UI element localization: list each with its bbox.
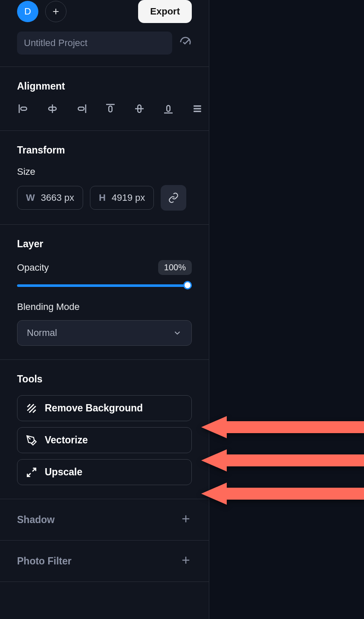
- opacity-value: 100%: [158, 260, 192, 275]
- align-top-icon[interactable]: [104, 102, 117, 117]
- blend-mode-select[interactable]: Normal: [17, 320, 192, 346]
- upscale-button[interactable]: Upscale: [17, 459, 192, 485]
- project-name-input[interactable]: [17, 32, 172, 55]
- align-right-icon[interactable]: [75, 102, 88, 117]
- opacity-row: Opacity 100%: [17, 260, 192, 275]
- stripes-icon: [26, 403, 37, 414]
- svg-line-17: [27, 404, 30, 407]
- annotation-arrow: [201, 416, 364, 438]
- slider-thumb[interactable]: [183, 281, 192, 289]
- user-avatar[interactable]: D: [17, 1, 38, 22]
- upscale-label: Upscale: [45, 466, 82, 478]
- svg-rect-7: [78, 107, 84, 110]
- height-input[interactable]: H 4919 px: [90, 186, 154, 210]
- slider-track: [17, 284, 192, 287]
- link-icon: [168, 192, 179, 203]
- blend-value: Normal: [27, 327, 57, 338]
- avatar-letter: D: [24, 6, 31, 17]
- pen-icon: [26, 435, 37, 446]
- blend-label: Blending Mode: [17, 301, 192, 312]
- remove-background-button[interactable]: Remove Background: [17, 395, 192, 421]
- svg-rect-9: [109, 106, 112, 112]
- photo-filter-section[interactable]: Photo Filter: [0, 541, 209, 582]
- svg-rect-13: [167, 106, 170, 112]
- h-label: H: [99, 192, 106, 203]
- vectorize-label: Vectorize: [45, 434, 88, 446]
- size-label: Size: [17, 166, 192, 177]
- h-value: 4919 px: [112, 192, 145, 203]
- add-photo-filter-button[interactable]: [180, 554, 192, 568]
- confirm-icon[interactable]: [179, 36, 192, 50]
- expand-icon: [26, 467, 37, 478]
- layer-title: Layer: [17, 238, 192, 250]
- remove-bg-label: Remove Background: [45, 402, 143, 414]
- add-button[interactable]: [45, 1, 66, 22]
- align-center-h-icon[interactable]: [46, 102, 59, 117]
- svg-rect-3: [21, 107, 27, 110]
- shadow-label: Shadow: [17, 514, 55, 526]
- photo-filter-label: Photo Filter: [17, 555, 72, 567]
- size-row: W 3663 px H 4919 px: [17, 185, 192, 211]
- header-row: D Export: [0, 0, 209, 32]
- layer-section: Layer Opacity 100% Blending Mode Normal: [0, 225, 209, 360]
- alignment-title: Alignment: [17, 81, 192, 92]
- properties-panel: D Export Alignment Transform Size: [0, 0, 209, 619]
- svg-line-19: [29, 406, 36, 412]
- shadow-section[interactable]: Shadow: [0, 499, 209, 541]
- tools-section: Tools Remove Background Vectorize Upscal…: [0, 360, 209, 499]
- width-input[interactable]: W 3663 px: [17, 186, 83, 210]
- project-row: [0, 32, 209, 67]
- opacity-slider[interactable]: [17, 281, 192, 289]
- transform-title: Transform: [17, 145, 192, 156]
- plus-icon: [51, 7, 61, 16]
- plus-icon: [180, 513, 192, 525]
- align-center-v-icon[interactable]: [133, 102, 146, 117]
- alignment-section: Alignment: [0, 67, 209, 131]
- w-value: 3663 px: [41, 192, 74, 203]
- export-label: Export: [150, 6, 180, 17]
- plus-icon: [180, 554, 192, 566]
- svg-line-20: [33, 410, 36, 413]
- distribute-icon[interactable]: [191, 102, 204, 117]
- alignment-buttons: [17, 102, 192, 117]
- export-button[interactable]: Export: [138, 0, 192, 23]
- w-label: W: [26, 192, 35, 203]
- transform-section: Transform Size W 3663 px H 4919 px: [0, 131, 209, 225]
- link-dimensions-button[interactable]: [161, 185, 186, 211]
- align-bottom-icon[interactable]: [162, 102, 175, 117]
- svg-line-18: [27, 404, 34, 411]
- annotation-arrow: [201, 483, 364, 505]
- opacity-label: Opacity: [17, 262, 49, 273]
- align-left-icon[interactable]: [17, 102, 30, 117]
- annotation-arrow: [201, 449, 364, 471]
- add-shadow-button[interactable]: [180, 513, 192, 526]
- tools-title: Tools: [17, 373, 192, 385]
- chevron-down-icon: [173, 328, 182, 338]
- vectorize-button[interactable]: Vectorize: [17, 427, 192, 453]
